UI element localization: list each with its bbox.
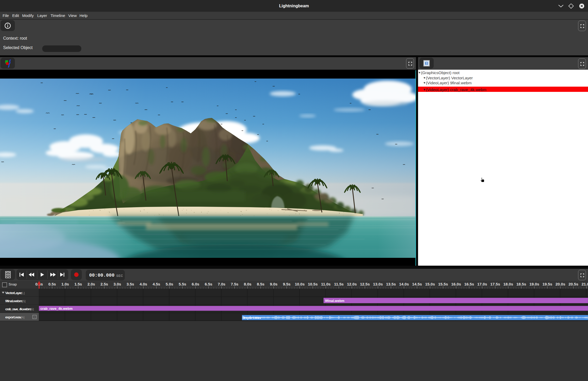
svg-text:8.5s: 8.5s	[257, 282, 264, 286]
svg-text:11.5s: 11.5s	[334, 282, 344, 286]
svg-text:18.5s: 18.5s	[516, 282, 526, 286]
svg-text:11.0s: 11.0s	[321, 282, 331, 286]
svg-text:19.5s: 19.5s	[542, 282, 552, 286]
svg-text:10.5s: 10.5s	[308, 282, 318, 286]
svg-text:6.0s: 6.0s	[192, 282, 199, 286]
svg-text:21.0s: 21.0s	[581, 282, 588, 286]
svg-text:20.0s: 20.0s	[555, 282, 565, 286]
svg-text:20.5s: 20.5s	[568, 282, 578, 286]
svg-text:1.0s: 1.0s	[61, 282, 69, 286]
svg-text:15.0s: 15.0s	[425, 282, 435, 286]
svg-text:14.0s: 14.0s	[399, 282, 409, 286]
svg-text:crab_rave_4k.webm: crab_rave_4k.webm	[5, 307, 31, 311]
svg-text:5.5s: 5.5s	[179, 282, 186, 286]
svg-text:7.5s: 7.5s	[231, 282, 238, 286]
svg-text:7.0s: 7.0s	[218, 282, 225, 286]
svg-text:15.5s: 15.5s	[438, 282, 448, 286]
svg-text:9.0s: 9.0s	[270, 282, 277, 286]
svg-text:4.0s: 4.0s	[139, 282, 147, 286]
svg-text:13.5s: 13.5s	[386, 282, 396, 286]
svg-text:3.5s: 3.5s	[126, 282, 134, 286]
svg-text:17.5s: 17.5s	[490, 282, 500, 286]
svg-text:5.0s: 5.0s	[166, 282, 173, 286]
svg-text:18.0s: 18.0s	[503, 282, 513, 286]
svg-text:16.5s: 16.5s	[464, 282, 474, 286]
svg-text:2.0s: 2.0s	[87, 282, 95, 286]
svg-text:19.0s: 19.0s	[529, 282, 539, 286]
svg-text:crab_rave_4k.webm: crab_rave_4k.webm	[40, 307, 73, 311]
svg-text:[S]: [S]	[30, 308, 34, 311]
svg-text:16.0s: 16.0s	[451, 282, 461, 286]
svg-text:VectorLayer: VectorLayer	[5, 291, 22, 295]
svg-text:12.5s: 12.5s	[360, 282, 370, 286]
svg-text:1.5s: 1.5s	[74, 282, 82, 286]
svg-text:[S]: [S]	[22, 300, 26, 303]
svg-text:9final.webm: 9final.webm	[5, 299, 22, 303]
svg-text:8.0s: 8.0s	[244, 282, 251, 286]
svg-text:6.5s: 6.5s	[205, 282, 212, 286]
svg-text:4.5s: 4.5s	[152, 282, 160, 286]
svg-text:[L]: [L]	[21, 291, 25, 295]
svg-text:13.0s: 13.0s	[373, 282, 383, 286]
svg-text:export.wav: export.wav	[243, 316, 261, 320]
svg-text:9.5s: 9.5s	[283, 282, 290, 286]
svg-text:12.0s: 12.0s	[347, 282, 357, 286]
svg-text:10.0s: 10.0s	[295, 282, 305, 286]
svg-text:[A]: [A]	[21, 316, 24, 319]
svg-text:17.0s: 17.0s	[477, 282, 487, 286]
svg-text:9final.webm: 9final.webm	[325, 299, 344, 303]
svg-text:?: ?	[426, 62, 427, 65]
svg-text:0.5s: 0.5s	[48, 282, 56, 286]
svg-text:14.5s: 14.5s	[412, 282, 422, 286]
svg-text:3.0s: 3.0s	[113, 282, 121, 286]
svg-text:export.wav: export.wav	[5, 315, 21, 319]
svg-text:2.5s: 2.5s	[100, 282, 108, 286]
